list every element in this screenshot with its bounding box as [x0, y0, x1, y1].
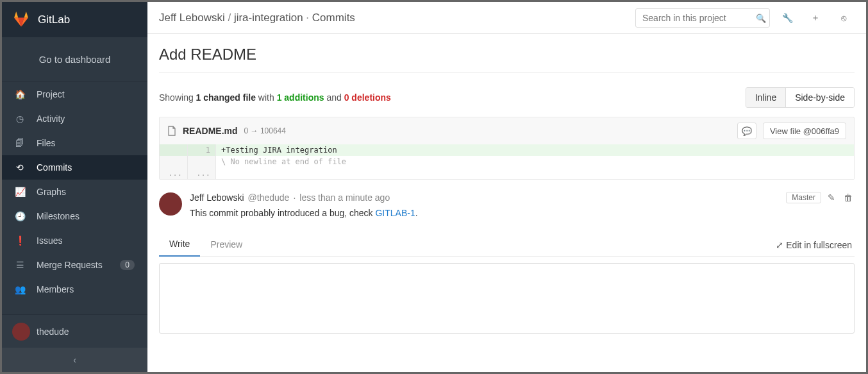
- diff-file: README.md 0 → 100644 💬 View file @006ffa…: [159, 117, 855, 180]
- line-number-old: [160, 144, 188, 156]
- sidebar-item-issues[interactable]: ❗Issues: [2, 228, 147, 253]
- sidebar: GitLab Go to dashboard 🏠Project ◷Activit…: [2, 2, 147, 372]
- new-plus-icon[interactable]: ＋: [805, 8, 826, 28]
- comment-text-prefix: This commit probably introduced a bug, c…: [190, 208, 375, 218]
- view-inline-button[interactable]: Inline: [746, 88, 785, 107]
- fullscreen-label: Edit in fullscreen: [786, 240, 852, 250]
- files-icon: 🗐: [15, 138, 25, 148]
- line-number-new: ...: [188, 167, 216, 179]
- clock-icon: 🕘: [15, 211, 25, 221]
- comment-sep: ·: [293, 192, 296, 203]
- diff-line-hunk: ... ...: [160, 167, 854, 179]
- sidebar-item-label: Commits: [37, 162, 135, 173]
- diff-line-code: [216, 167, 854, 179]
- page-title: Add README: [159, 46, 855, 73]
- edit-comment-button[interactable]: ✎: [825, 191, 838, 204]
- file-icon: [167, 126, 176, 136]
- comment-handle[interactable]: @thedude: [248, 192, 290, 203]
- sidebar-username: thedude: [37, 327, 69, 337]
- editor-tabs: Write Preview ⤢Edit in fullscreen: [159, 234, 855, 257]
- search-input[interactable]: [635, 8, 770, 28]
- tab-write[interactable]: Write: [159, 234, 200, 257]
- delete-comment-button[interactable]: 🗑: [842, 191, 855, 204]
- sidebar-user[interactable]: thedude: [2, 314, 147, 348]
- comment-note: Jeff Lebowski @thedude · less than a min…: [159, 191, 855, 218]
- dashboard-icon: ◷: [15, 114, 25, 124]
- sidebar-item-label: Merge Requests: [37, 260, 108, 270]
- edit-fullscreen-button[interactable]: ⤢Edit in fullscreen: [776, 240, 855, 250]
- sidebar-item-label: Issues: [37, 235, 135, 246]
- comment-avatar-icon: [159, 192, 182, 216]
- sidebar-item-project[interactable]: 🏠Project: [2, 82, 147, 106]
- toggle-comments-button[interactable]: 💬: [737, 123, 756, 139]
- app-name: GitLab: [38, 13, 70, 26]
- chevron-left-icon: ‹: [73, 355, 76, 365]
- breadcrumb-sep: /: [228, 12, 233, 24]
- merge-icon: ☰: [15, 260, 25, 270]
- sign-out-icon[interactable]: ⎋: [833, 8, 855, 28]
- mr-count-badge: 0: [120, 260, 135, 270]
- topbar: Jeff Lebowski / jira-integration · Commi…: [147, 2, 866, 34]
- comment-author[interactable]: Jeff Lebowski: [190, 192, 244, 203]
- diff-file-mode: 0 → 100644: [244, 126, 286, 135]
- line-number-old: [160, 156, 188, 167]
- diff-line-meta: \ No newline at end of file: [160, 156, 854, 167]
- sidebar-item-label: Milestones: [37, 211, 135, 221]
- home-icon: 🏠: [15, 89, 25, 99]
- sidebar-collapse-button[interactable]: ‹: [2, 348, 147, 372]
- comment-text: This commit probably introduced a bug, c…: [190, 208, 855, 218]
- breadcrumb-section: Commits: [312, 12, 355, 24]
- comment-textarea[interactable]: [159, 263, 855, 334]
- breadcrumb-project[interactable]: jira-integration: [234, 12, 303, 24]
- line-number-new: [188, 156, 216, 167]
- diff-file-name[interactable]: README.md: [183, 126, 238, 136]
- breadcrumb: Jeff Lebowski / jira-integration · Commi…: [159, 12, 629, 24]
- diff-line-code: +Testing JIRA integration: [216, 144, 854, 156]
- jira-issue-link[interactable]: GITLAB-1: [375, 208, 415, 218]
- sidebar-item-milestones[interactable]: 🕘Milestones: [2, 204, 147, 228]
- breadcrumb-owner[interactable]: Jeff Lebowski: [159, 12, 225, 24]
- diff-view-toggle: Inline Side-by-side: [746, 87, 855, 108]
- sidebar-item-files[interactable]: 🗐Files: [2, 131, 147, 155]
- alert-icon: ❗: [15, 235, 25, 246]
- trash-icon: 🗑: [844, 192, 853, 203]
- search-icon[interactable]: 🔍: [756, 13, 766, 22]
- diff-deletions: 0 deletions: [344, 92, 391, 103]
- comment-header: Jeff Lebowski @thedude · less than a min…: [190, 191, 855, 204]
- role-badge[interactable]: Master: [786, 192, 821, 203]
- history-icon: ⟲: [15, 162, 25, 173]
- sidebar-item-graphs[interactable]: 📈Graphs: [2, 180, 147, 204]
- sidebar-item-label: Members: [37, 284, 135, 294]
- sidebar-item-activity[interactable]: ◷Activity: [2, 106, 147, 131]
- breadcrumb-sep: ·: [306, 12, 312, 24]
- comment-timestamp: less than a minute ago: [299, 192, 390, 203]
- sidebar-item-merge-requests[interactable]: ☰Merge Requests0: [2, 253, 147, 277]
- expand-icon: ⤢: [776, 240, 783, 250]
- diff-additions: 1 additions: [277, 92, 324, 103]
- content: Add README Showing 1 changed file with 1…: [147, 34, 866, 347]
- group-icon: 👥: [15, 284, 25, 294]
- sidebar-item-label: Files: [37, 138, 135, 148]
- user-avatar-icon: [12, 323, 30, 341]
- diff-line-code: \ No newline at end of file: [216, 156, 854, 167]
- diff-summary-text: and: [324, 92, 344, 103]
- search-wrap: 🔍: [635, 8, 770, 28]
- diff-line-added: 1 +Testing JIRA integration: [160, 144, 854, 156]
- gitlab-logo-icon: [12, 10, 30, 30]
- line-number-new: 1: [188, 144, 216, 156]
- comment-icon: 💬: [742, 126, 752, 136]
- diff-summary: Showing 1 changed file with 1 additions …: [159, 92, 391, 103]
- main-panel: Jeff Lebowski / jira-integration · Commi…: [147, 2, 866, 372]
- tab-preview[interactable]: Preview: [200, 234, 253, 256]
- diff-body: 1 +Testing JIRA integration \ No newline…: [160, 144, 854, 179]
- sidebar-item-commits[interactable]: ⟲Commits: [2, 155, 147, 180]
- diff-summary-text: with: [256, 92, 277, 103]
- view-side-by-side-button[interactable]: Side-by-side: [785, 88, 854, 107]
- comment-body: Jeff Lebowski @thedude · less than a min…: [190, 191, 855, 218]
- diff-changed-files: 1 changed file: [196, 92, 256, 103]
- admin-wrench-icon[interactable]: 🔧: [776, 8, 798, 28]
- go-to-dashboard-link[interactable]: Go to dashboard: [2, 37, 147, 82]
- sidebar-nav: 🏠Project ◷Activity 🗐Files ⟲Commits 📈Grap…: [2, 82, 147, 314]
- view-file-button[interactable]: View file @006ffa9: [763, 123, 846, 139]
- sidebar-item-members[interactable]: 👥Members: [2, 277, 147, 302]
